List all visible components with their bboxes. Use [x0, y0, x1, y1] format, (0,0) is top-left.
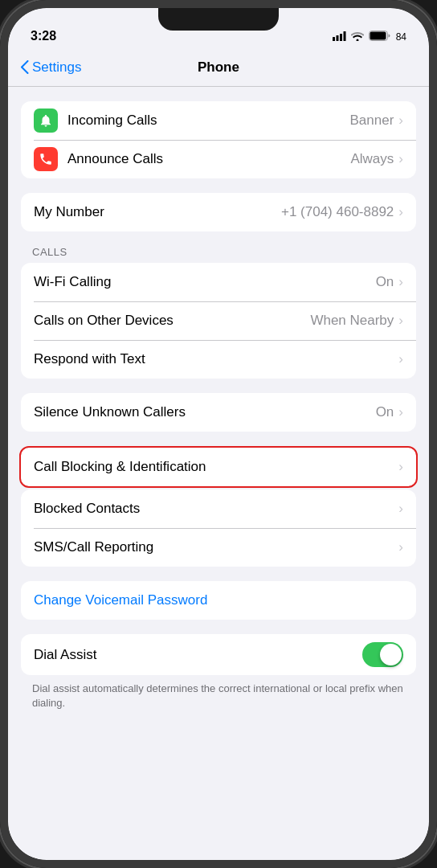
my-number-card: My Number +1 (704) 460-8892 › — [21, 193, 416, 231]
wifi-calling-value: On — [376, 274, 394, 290]
blocked-contacts-label: Blocked Contacts — [34, 501, 398, 517]
svg-rect-3 — [343, 31, 345, 41]
silence-unknown-row[interactable]: Silence Unknown Callers On › — [21, 393, 416, 432]
my-number-value: +1 (704) 460-8892 — [281, 204, 394, 220]
silence-unknown-value: On — [376, 404, 394, 420]
notch — [158, 8, 279, 31]
call-blocking-chevron: › — [398, 459, 403, 475]
voicemail-group: Change Voicemail Password — [8, 581, 429, 620]
dial-assist-row[interactable]: Dial Assist — [21, 634, 416, 675]
back-button[interactable]: Settings — [21, 59, 81, 76]
calls-other-devices-value: When Nearby — [310, 313, 394, 329]
wifi-calling-label: Wi-Fi Calling — [34, 274, 376, 290]
silence-unknown-label: Silence Unknown Callers — [34, 404, 376, 420]
calls-card: Wi-Fi Calling On › Calls on Other Device… — [21, 263, 416, 379]
change-voicemail-row[interactable]: Change Voicemail Password — [21, 581, 416, 620]
my-number-label: My Number — [34, 204, 281, 220]
back-label: Settings — [32, 59, 81, 76]
sms-call-reporting-label: SMS/Call Reporting — [34, 539, 398, 555]
calls-other-devices-label: Calls on Other Devices — [34, 313, 310, 329]
dial-assist-group: Dial Assist Dial assist automatically de… — [8, 634, 429, 710]
dial-assist-footer: Dial assist automatically determines the… — [8, 675, 429, 710]
svg-rect-1 — [336, 35, 338, 41]
scroll-content: Incoming Calls Banner › Announce Calls A… — [8, 87, 429, 860]
wifi-icon — [351, 31, 364, 43]
call-blocking-card-highlighted: Call Blocking & Identification › — [19, 446, 418, 488]
phone-shell: 3:28 — [0, 0, 437, 868]
respond-with-text-row[interactable]: Respond with Text › — [21, 340, 416, 379]
dial-assist-toggle[interactable] — [362, 642, 403, 667]
silence-unknown-chevron: › — [398, 404, 403, 420]
announce-calls-value: Always — [350, 151, 394, 167]
sms-call-reporting-row[interactable]: SMS/Call Reporting › — [21, 528, 416, 567]
blocked-contacts-chevron: › — [398, 501, 403, 517]
announce-calls-row[interactable]: Announce Calls Always › — [21, 140, 416, 178]
incoming-calls-icon — [34, 108, 58, 133]
blocked-contacts-row[interactable]: Blocked Contacts › — [21, 489, 416, 528]
calls-section: CALLS Wi-Fi Calling On › Calls on Other … — [8, 246, 429, 379]
silence-group: Silence Unknown Callers On › — [8, 393, 429, 432]
signal-icon — [333, 31, 346, 43]
announce-calls-icon — [34, 147, 58, 171]
my-number-chevron: › — [398, 204, 403, 220]
sms-call-reporting-chevron: › — [398, 539, 403, 555]
svg-rect-2 — [340, 34, 342, 41]
calls-section-label: CALLS — [8, 246, 429, 263]
change-voicemail-label: Change Voicemail Password — [34, 592, 403, 608]
call-blocking-row[interactable]: Call Blocking & Identification › — [21, 448, 416, 486]
calls-other-devices-chevron: › — [398, 313, 403, 329]
wifi-calling-chevron: › — [398, 274, 403, 290]
nav-bar: Settings Phone — [8, 48, 429, 87]
respond-with-text-chevron: › — [398, 351, 403, 367]
my-number-row[interactable]: My Number +1 (704) 460-8892 › — [21, 193, 416, 231]
call-blocking-label: Call Blocking & Identification — [34, 459, 398, 475]
incoming-calls-value: Banner — [350, 113, 394, 129]
calls-other-devices-row[interactable]: Calls on Other Devices When Nearby › — [21, 301, 416, 340]
page-title: Phone — [198, 59, 239, 76]
respond-with-text-label: Respond with Text — [34, 351, 398, 367]
announce-calls-label: Announce Calls — [67, 151, 350, 167]
dial-assist-card: Dial Assist — [21, 634, 416, 675]
battery-icon — [369, 31, 391, 43]
battery-level: 84 — [396, 31, 406, 43]
incoming-calls-chevron: › — [398, 113, 403, 129]
dial-assist-label: Dial Assist — [34, 647, 362, 663]
status-time: 3:28 — [31, 29, 56, 43]
incoming-calls-group: Incoming Calls Banner › Announce Calls A… — [8, 101, 429, 178]
svg-rect-5 — [370, 32, 386, 40]
incoming-calls-label: Incoming Calls — [67, 113, 350, 129]
silence-card: Silence Unknown Callers On › — [21, 393, 416, 432]
announce-calls-chevron: › — [398, 151, 403, 167]
svg-rect-0 — [333, 37, 335, 41]
incoming-calls-row[interactable]: Incoming Calls Banner › — [21, 101, 416, 140]
screen: 3:28 — [8, 8, 429, 860]
blocked-sms-card: Blocked Contacts › SMS/Call Reporting › — [21, 489, 416, 567]
incoming-calls-card: Incoming Calls Banner › Announce Calls A… — [21, 101, 416, 178]
status-icons: 84 — [333, 31, 406, 43]
voicemail-card: Change Voicemail Password — [21, 581, 416, 620]
wifi-calling-row[interactable]: Wi-Fi Calling On › — [21, 263, 416, 301]
my-number-group: My Number +1 (704) 460-8892 › — [8, 193, 429, 231]
blocking-section: Call Blocking & Identification › Blocked… — [8, 446, 429, 567]
